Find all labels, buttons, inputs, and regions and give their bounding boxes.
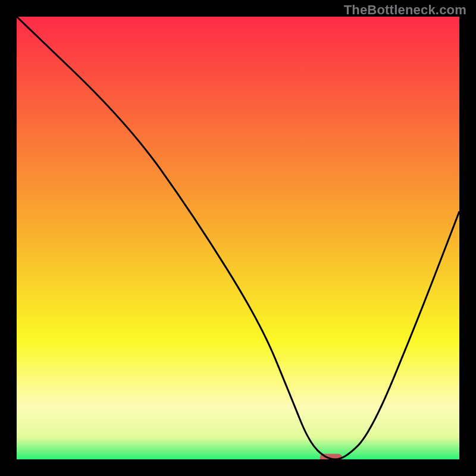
- chart-svg: [17, 17, 459, 459]
- watermark-text: TheBottleneck.com: [344, 2, 466, 18]
- gradient-background: [17, 17, 459, 459]
- plot-area: [17, 17, 459, 459]
- chart-frame: TheBottleneck.com: [0, 0, 476, 476]
